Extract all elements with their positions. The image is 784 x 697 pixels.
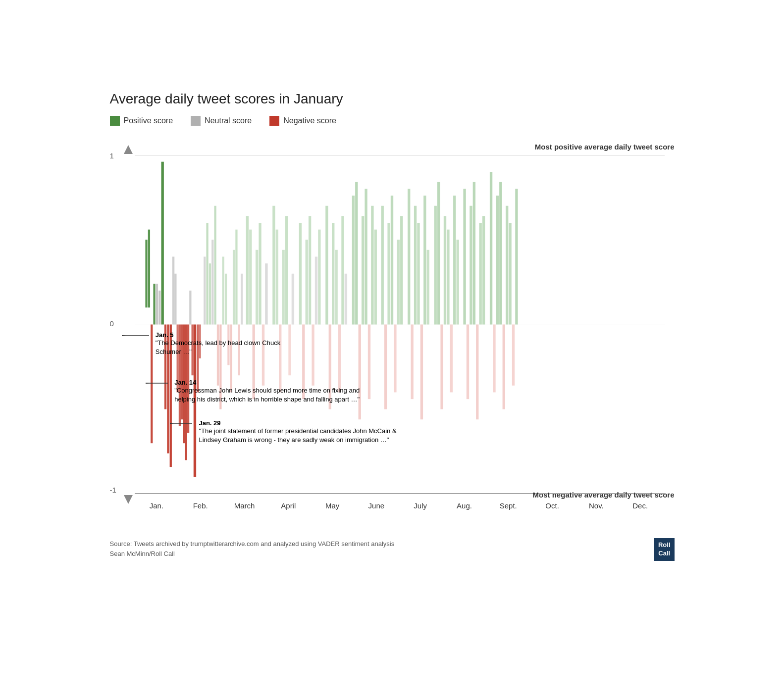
chart-title: Average daily tweet scores in January (110, 91, 675, 107)
neutral-color-box (191, 116, 201, 126)
svg-rect-70 (358, 325, 361, 420)
svg-rect-66 (341, 216, 344, 324)
svg-rect-36 (232, 250, 234, 325)
svg-rect-51 (285, 216, 287, 324)
annotation-jan29-arrow (170, 423, 195, 424)
x-label-nov: Nov. (574, 501, 618, 510)
svg-rect-76 (381, 206, 383, 325)
svg-rect-92 (440, 325, 443, 409)
svg-rect-105 (489, 172, 492, 324)
x-label-oct: Oct. (530, 501, 575, 510)
svg-rect-97 (456, 240, 459, 324)
svg-rect-37 (235, 230, 237, 325)
svg-rect-86 (417, 223, 419, 325)
svg-rect-69 (355, 182, 358, 325)
svg-rect-8 (161, 162, 163, 325)
x-label-july: July (398, 501, 442, 510)
svg-rect-29 (214, 206, 216, 325)
svg-rect-74 (371, 206, 373, 325)
svg-rect-26 (206, 223, 208, 325)
svg-rect-7 (158, 291, 160, 325)
svg-rect-96 (453, 196, 456, 324)
annotation-jan29-date: Jan. 29 (199, 419, 220, 427)
arrow-up-icon (124, 145, 133, 156)
svg-rect-75 (374, 230, 376, 325)
svg-rect-63 (332, 223, 334, 325)
svg-rect-80 (394, 325, 396, 393)
chart-wrapper: Average daily tweet scores in January Po… (100, 76, 684, 621)
svg-rect-61 (325, 206, 328, 325)
x-label-dec: Dec. (618, 501, 662, 510)
svg-rect-33 (224, 274, 226, 325)
annotation-jan5-arrow (122, 335, 152, 336)
svg-rect-85 (414, 206, 416, 325)
x-label-aug: Aug. (442, 501, 486, 510)
negative-color-box (269, 116, 279, 126)
svg-rect-77 (384, 325, 386, 409)
x-label-may: May (311, 501, 355, 510)
svg-rect-87 (420, 325, 422, 420)
svg-rect-40 (246, 216, 248, 324)
x-label-june: June (354, 501, 398, 510)
annotation-jan5: Jan. 5 "The Democrats, lead by head clow… (152, 331, 280, 356)
svg-rect-2 (145, 240, 147, 307)
y-label-0: 0 (110, 319, 114, 328)
annotation-jan14-date: Jan. 14 (174, 379, 196, 386)
svg-marker-1 (124, 495, 133, 504)
svg-rect-43 (255, 250, 258, 325)
svg-rect-59 (314, 257, 317, 325)
svg-rect-32 (222, 257, 224, 325)
y-label-neg1: -1 (110, 486, 116, 494)
legend: Positive score Neutral score Negative sc… (110, 116, 675, 126)
svg-rect-56 (305, 240, 308, 324)
svg-rect-27 (209, 263, 210, 324)
svg-rect-98 (463, 189, 466, 325)
svg-rect-95 (450, 325, 452, 393)
legend-positive: Positive score (110, 116, 173, 126)
svg-rect-91 (437, 182, 439, 325)
svg-rect-89 (426, 250, 429, 325)
y-axis-label-top: Most positive average daily tweet score (535, 143, 675, 151)
svg-rect-6 (156, 284, 157, 324)
svg-rect-82 (400, 216, 403, 324)
svg-rect-47 (272, 206, 275, 325)
svg-rect-25 (204, 257, 206, 325)
svg-rect-5 (153, 284, 155, 324)
svg-rect-48 (275, 230, 278, 325)
x-label-jan: Jan. (135, 501, 179, 510)
legend-negative: Negative score (269, 116, 336, 126)
annotation-jan14-quote: "Congressman John Lewis should spend mor… (174, 387, 360, 403)
svg-marker-0 (124, 145, 133, 154)
svg-rect-93 (443, 216, 446, 324)
legend-neutral-label: Neutral score (205, 116, 252, 125)
svg-rect-100 (470, 206, 472, 325)
svg-rect-83 (408, 189, 410, 325)
svg-rect-44 (259, 223, 261, 325)
legend-negative-label: Negative score (283, 116, 336, 125)
svg-rect-112 (512, 325, 514, 386)
svg-rect-46 (265, 263, 267, 324)
chart-area: 1 0 -1 Most positive average daily tweet… (110, 138, 675, 524)
svg-rect-90 (434, 206, 436, 325)
svg-rect-110 (506, 206, 508, 325)
svg-rect-99 (466, 325, 469, 399)
svg-rect-106 (493, 325, 495, 393)
plot-area: Jan. Feb. March April May June July Aug.… (135, 155, 665, 494)
svg-rect-28 (211, 240, 213, 324)
svg-rect-103 (479, 223, 481, 325)
svg-rect-54 (299, 223, 301, 325)
svg-rect-113 (515, 189, 518, 325)
positive-color-box (110, 116, 120, 126)
svg-rect-84 (411, 325, 413, 399)
svg-rect-60 (318, 230, 320, 325)
legend-positive-label: Positive score (124, 116, 173, 125)
svg-rect-81 (397, 240, 399, 324)
svg-rect-94 (447, 230, 449, 325)
y-label-1: 1 (110, 151, 114, 160)
svg-rect-50 (282, 250, 284, 325)
svg-rect-73 (367, 325, 370, 399)
roll-call-badge: Roll Call (654, 538, 675, 561)
svg-rect-71 (361, 216, 364, 324)
svg-rect-102 (476, 325, 478, 420)
x-axis: Jan. Feb. March April May June July Aug.… (135, 501, 665, 510)
